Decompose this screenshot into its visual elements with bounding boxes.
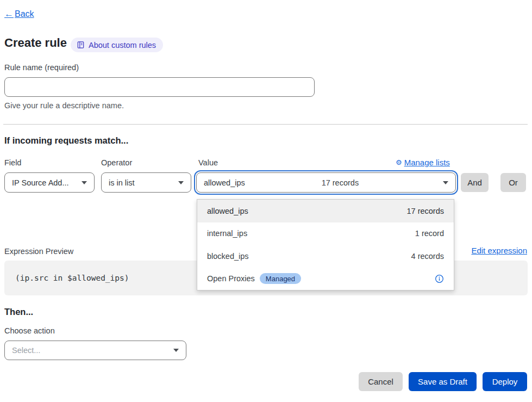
operator-label: Operator — [101, 158, 132, 167]
value-select[interactable]: allowed_ips 17 records — [196, 172, 456, 193]
operator-select-value: is in list — [109, 178, 135, 187]
list-item-records: 17 records — [406, 207, 444, 215]
gear-icon: ⚙ — [396, 158, 402, 166]
field-label: Field — [4, 158, 21, 167]
list-item-records: 1 record — [415, 229, 444, 238]
action-select[interactable]: Select... — [4, 341, 186, 360]
value-label: Value — [198, 158, 218, 167]
about-custom-rules-link[interactable]: About custom rules — [71, 38, 163, 52]
value-select-value: allowed_ips — [204, 178, 245, 187]
manage-lists-label: Manage lists — [404, 158, 450, 167]
rule-name-label: Rule name (required) — [4, 63, 79, 72]
list-item-open-proxies[interactable]: Open Proxies Managed — [197, 268, 454, 290]
chevron-down-icon — [443, 181, 448, 184]
about-badge-label: About custom rules — [89, 41, 156, 50]
list-item-internal-ips[interactable]: internal_ips 1 record — [197, 222, 454, 245]
list-item-allowed-ips[interactable]: allowed_ips 17 records — [197, 200, 454, 222]
list-item-records: 4 records — [411, 252, 444, 261]
edit-expression-link[interactable]: Edit expression — [471, 246, 527, 255]
save-as-draft-button[interactable]: Save as Draft — [409, 372, 477, 391]
field-select-value: IP Source Add... — [12, 178, 69, 187]
chevron-down-icon — [82, 181, 87, 184]
value-select-records: 17 records — [322, 178, 359, 187]
rule-name-input[interactable] — [4, 77, 315, 97]
info-icon[interactable] — [435, 274, 444, 283]
managed-badge: Managed — [260, 273, 301, 284]
page-title: Create rule — [4, 36, 67, 50]
rule-name-helper: Give your rule a descriptive name. — [4, 101, 124, 110]
back-link[interactable]: ← Back — [4, 9, 34, 20]
expression-code: (ip.src in $allowed_ips) — [15, 274, 129, 282]
list-item-blocked-ips[interactable]: blocked_ips 4 records — [197, 245, 454, 268]
list-item-name: blocked_ips — [207, 252, 249, 261]
and-button[interactable]: And — [461, 173, 489, 192]
choose-action-label: Choose action — [4, 326, 55, 335]
expression-preview-label: Expression Preview — [4, 247, 73, 256]
list-item-name: allowed_ips — [207, 207, 248, 215]
match-section-heading: If incoming requests match... — [4, 135, 128, 146]
or-button[interactable]: Or — [500, 173, 526, 192]
list-item-name: Open Proxies — [207, 274, 255, 283]
section-divider — [3, 124, 528, 125]
chevron-down-icon — [178, 181, 184, 184]
deploy-button[interactable]: Deploy — [483, 372, 527, 391]
operator-select[interactable]: is in list — [101, 172, 191, 193]
chevron-down-icon — [173, 349, 179, 352]
back-arrow-icon: ← — [4, 9, 14, 20]
action-select-placeholder: Select... — [12, 346, 40, 355]
value-dropdown-menu: allowed_ips 17 records internal_ips 1 re… — [197, 199, 454, 290]
list-item-name: internal_ips — [207, 229, 247, 238]
cancel-button[interactable]: Cancel — [359, 372, 403, 391]
back-label: Back — [15, 9, 34, 19]
create-rule-page: ← Back Create rule About custom rules Ru… — [0, 0, 532, 402]
manage-lists-link[interactable]: ⚙ Manage lists — [396, 158, 450, 167]
book-icon — [77, 41, 85, 49]
field-select[interactable]: IP Source Add... — [4, 172, 95, 193]
then-section-heading: Then... — [4, 307, 33, 317]
